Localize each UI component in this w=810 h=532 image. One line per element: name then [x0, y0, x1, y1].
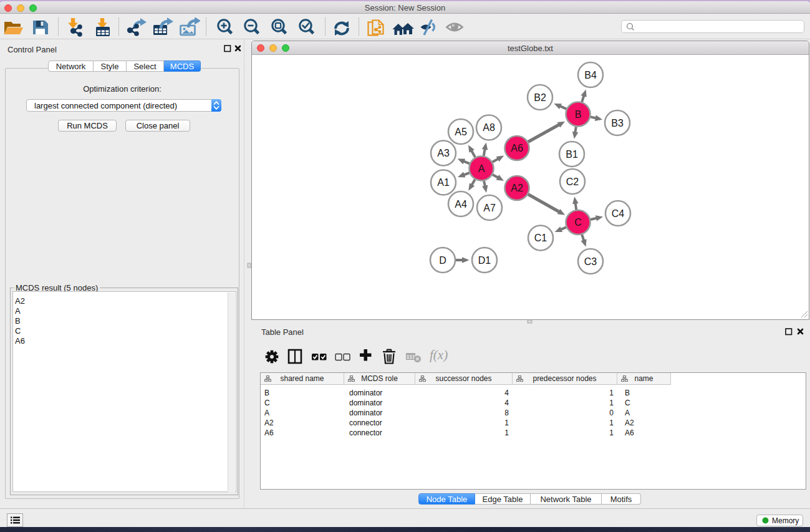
- svg-text:D1: D1: [478, 255, 491, 266]
- svg-text:B: B: [575, 109, 582, 120]
- svg-text:B2: B2: [534, 92, 546, 103]
- svg-text:C4: C4: [612, 208, 625, 219]
- svg-text:D: D: [439, 255, 446, 266]
- svg-text:A8: A8: [483, 122, 495, 133]
- svg-text:C1: C1: [534, 233, 547, 243]
- svg-text:A: A: [478, 163, 485, 174]
- svg-text:A3: A3: [437, 148, 450, 158]
- svg-text:B4: B4: [584, 70, 597, 80]
- svg-text:A4: A4: [455, 199, 467, 210]
- svg-text:A5: A5: [455, 127, 467, 137]
- svg-text:C3: C3: [584, 256, 597, 267]
- svg-text:A7: A7: [483, 203, 496, 213]
- svg-text:B3: B3: [611, 118, 624, 128]
- svg-text:B1: B1: [566, 149, 578, 160]
- svg-text:A1: A1: [437, 177, 450, 188]
- svg-text:C: C: [574, 217, 582, 228]
- svg-text:A2: A2: [511, 183, 523, 193]
- svg-text:C2: C2: [566, 177, 579, 187]
- svg-text:A6: A6: [511, 143, 523, 153]
